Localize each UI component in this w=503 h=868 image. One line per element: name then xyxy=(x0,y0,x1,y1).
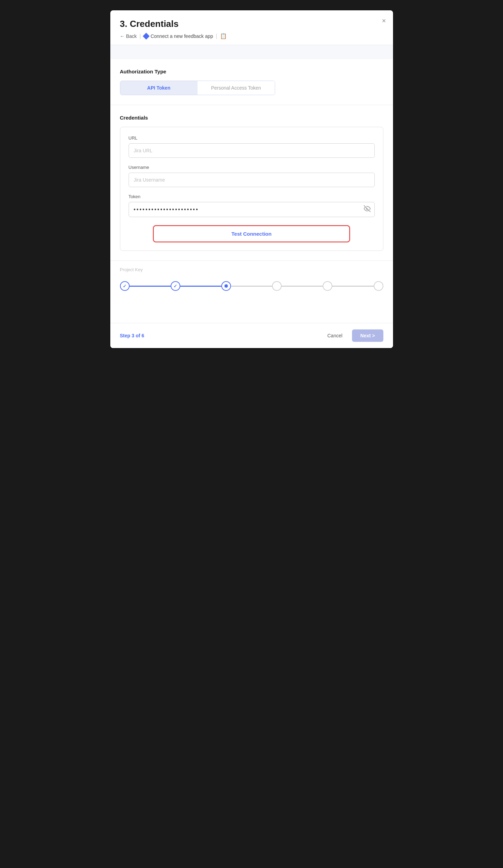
credentials-title: Credentials xyxy=(120,115,383,121)
step-5-circle xyxy=(323,281,332,291)
credentials-section: Credentials URL Username Token xyxy=(110,115,393,261)
token-label: Token xyxy=(129,194,375,199)
section-divider xyxy=(110,105,393,105)
diamond-icon xyxy=(143,33,150,40)
project-key-label: Project Key xyxy=(120,267,383,272)
app-name-label: Connect a new feedback app xyxy=(151,33,213,39)
token-input[interactable] xyxy=(129,202,375,217)
username-label: Username xyxy=(129,165,375,170)
token-field-group: Token xyxy=(129,194,375,217)
eye-icon[interactable] xyxy=(364,205,371,214)
modal-container: 3. Credentials ← Back | Connect a new fe… xyxy=(110,10,393,348)
auth-type-section: Authorization Type API Token Personal Ac… xyxy=(110,59,393,95)
step-indicator: Step 3 of 6 xyxy=(120,333,144,338)
modal-body: Authorization Type API Token Personal Ac… xyxy=(110,45,393,323)
modal-footer: Step 3 of 6 Cancel Next > xyxy=(110,323,393,348)
auth-type-title: Authorization Type xyxy=(120,69,383,74)
breadcrumb: ← Back | Connect a new feedback app | 📋 xyxy=(120,33,383,39)
step-1-circle xyxy=(120,281,130,291)
step-4-circle xyxy=(272,281,282,291)
breadcrumb-separator: | xyxy=(140,33,141,39)
cancel-button[interactable]: Cancel xyxy=(323,330,346,341)
url-label: URL xyxy=(129,135,375,141)
url-field-group: URL xyxy=(129,135,375,158)
step-2-circle xyxy=(171,281,180,291)
doc-icon: 📋 xyxy=(220,33,227,39)
username-field-group: Username xyxy=(129,165,375,187)
step-line-4 xyxy=(282,286,323,287)
step-line-3 xyxy=(231,286,272,287)
project-key-section: Project Key xyxy=(110,261,393,272)
next-button[interactable]: Next > xyxy=(352,329,383,342)
close-button[interactable]: × xyxy=(382,17,386,24)
auth-type-tabs: API Token Personal Access Token xyxy=(120,81,275,95)
step-6-circle xyxy=(374,281,383,291)
tab-personal-access-token[interactable]: Personal Access Token xyxy=(198,81,275,95)
tab-api-token[interactable]: API Token xyxy=(120,81,198,95)
step-3-circle xyxy=(221,281,231,291)
breadcrumb-separator-2: | xyxy=(216,33,217,39)
token-field-wrapper xyxy=(129,202,375,217)
footer-actions: Cancel Next > xyxy=(323,329,383,342)
step-line-1 xyxy=(130,286,171,287)
url-input[interactable] xyxy=(129,143,375,158)
back-button[interactable]: ← Back xyxy=(120,33,137,39)
spacer-top xyxy=(110,45,393,59)
modal-title: 3. Credentials xyxy=(120,19,383,29)
progress-steps xyxy=(120,281,383,291)
credentials-card: URL Username Token xyxy=(120,127,383,251)
step-line-2 xyxy=(180,286,221,287)
modal-header: 3. Credentials ← Back | Connect a new fe… xyxy=(110,10,393,45)
progress-bar-area xyxy=(110,278,393,298)
username-input[interactable] xyxy=(129,173,375,187)
step-line-5 xyxy=(332,286,373,287)
breadcrumb-app-name: Connect a new feedback app xyxy=(144,33,213,39)
test-connection-button[interactable]: Test Connection xyxy=(153,225,350,242)
